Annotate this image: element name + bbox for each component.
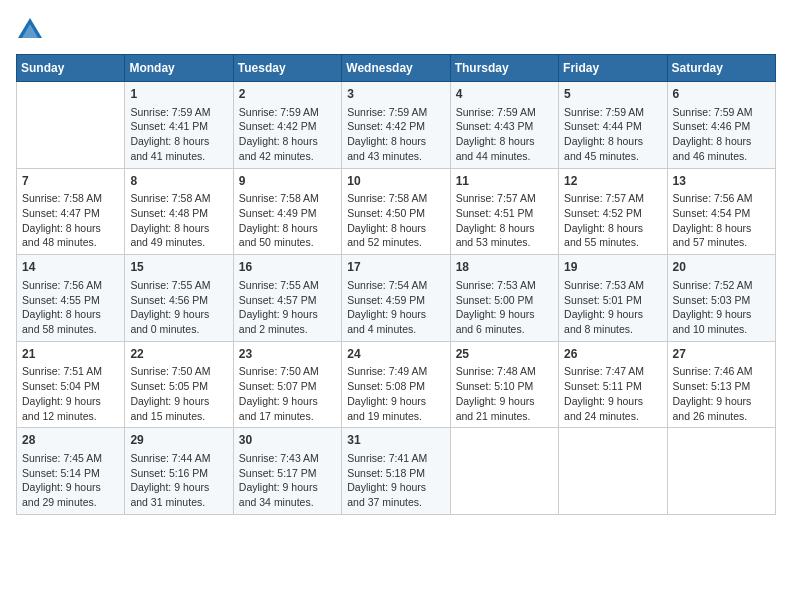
calendar-table: SundayMondayTuesdayWednesdayThursdayFrid… — [16, 54, 776, 515]
calendar-cell: 4Sunrise: 7:59 AM Sunset: 4:43 PM Daylig… — [450, 82, 558, 169]
calendar-cell: 6Sunrise: 7:59 AM Sunset: 4:46 PM Daylig… — [667, 82, 775, 169]
day-number: 22 — [130, 346, 227, 363]
day-info: Sunrise: 7:58 AM Sunset: 4:50 PM Dayligh… — [347, 191, 444, 250]
day-number: 20 — [673, 259, 770, 276]
day-number: 16 — [239, 259, 336, 276]
day-info: Sunrise: 7:59 AM Sunset: 4:42 PM Dayligh… — [239, 105, 336, 164]
calendar-cell: 7Sunrise: 7:58 AM Sunset: 4:47 PM Daylig… — [17, 168, 125, 255]
day-number: 15 — [130, 259, 227, 276]
column-header-saturday: Saturday — [667, 55, 775, 82]
day-number: 7 — [22, 173, 119, 190]
day-number: 14 — [22, 259, 119, 276]
day-info: Sunrise: 7:53 AM Sunset: 5:00 PM Dayligh… — [456, 278, 553, 337]
day-number: 3 — [347, 86, 444, 103]
day-number: 24 — [347, 346, 444, 363]
calendar-cell: 23Sunrise: 7:50 AM Sunset: 5:07 PM Dayli… — [233, 341, 341, 428]
day-info: Sunrise: 7:56 AM Sunset: 4:55 PM Dayligh… — [22, 278, 119, 337]
day-info: Sunrise: 7:45 AM Sunset: 5:14 PM Dayligh… — [22, 451, 119, 510]
day-info: Sunrise: 7:55 AM Sunset: 4:57 PM Dayligh… — [239, 278, 336, 337]
day-info: Sunrise: 7:47 AM Sunset: 5:11 PM Dayligh… — [564, 364, 661, 423]
column-header-thursday: Thursday — [450, 55, 558, 82]
calendar-cell: 30Sunrise: 7:43 AM Sunset: 5:17 PM Dayli… — [233, 428, 341, 515]
calendar-cell: 13Sunrise: 7:56 AM Sunset: 4:54 PM Dayli… — [667, 168, 775, 255]
day-info: Sunrise: 7:59 AM Sunset: 4:42 PM Dayligh… — [347, 105, 444, 164]
day-number: 10 — [347, 173, 444, 190]
day-number: 5 — [564, 86, 661, 103]
day-info: Sunrise: 7:58 AM Sunset: 4:49 PM Dayligh… — [239, 191, 336, 250]
day-info: Sunrise: 7:53 AM Sunset: 5:01 PM Dayligh… — [564, 278, 661, 337]
day-number: 21 — [22, 346, 119, 363]
day-info: Sunrise: 7:54 AM Sunset: 4:59 PM Dayligh… — [347, 278, 444, 337]
calendar-cell: 29Sunrise: 7:44 AM Sunset: 5:16 PM Dayli… — [125, 428, 233, 515]
day-info: Sunrise: 7:56 AM Sunset: 4:54 PM Dayligh… — [673, 191, 770, 250]
calendar-week-3: 21Sunrise: 7:51 AM Sunset: 5:04 PM Dayli… — [17, 341, 776, 428]
day-info: Sunrise: 7:55 AM Sunset: 4:56 PM Dayligh… — [130, 278, 227, 337]
day-info: Sunrise: 7:58 AM Sunset: 4:47 PM Dayligh… — [22, 191, 119, 250]
day-number: 4 — [456, 86, 553, 103]
day-number: 18 — [456, 259, 553, 276]
calendar-cell: 2Sunrise: 7:59 AM Sunset: 4:42 PM Daylig… — [233, 82, 341, 169]
column-header-wednesday: Wednesday — [342, 55, 450, 82]
day-number: 27 — [673, 346, 770, 363]
day-info: Sunrise: 7:57 AM Sunset: 4:52 PM Dayligh… — [564, 191, 661, 250]
calendar-cell — [450, 428, 558, 515]
calendar-week-1: 7Sunrise: 7:58 AM Sunset: 4:47 PM Daylig… — [17, 168, 776, 255]
day-number: 30 — [239, 432, 336, 449]
header — [16, 16, 776, 44]
day-info: Sunrise: 7:52 AM Sunset: 5:03 PM Dayligh… — [673, 278, 770, 337]
calendar-cell: 14Sunrise: 7:56 AM Sunset: 4:55 PM Dayli… — [17, 255, 125, 342]
day-info: Sunrise: 7:58 AM Sunset: 4:48 PM Dayligh… — [130, 191, 227, 250]
calendar-cell: 22Sunrise: 7:50 AM Sunset: 5:05 PM Dayli… — [125, 341, 233, 428]
calendar-cell: 15Sunrise: 7:55 AM Sunset: 4:56 PM Dayli… — [125, 255, 233, 342]
column-header-sunday: Sunday — [17, 55, 125, 82]
day-number: 31 — [347, 432, 444, 449]
day-number: 29 — [130, 432, 227, 449]
day-number: 1 — [130, 86, 227, 103]
day-number: 13 — [673, 173, 770, 190]
calendar-cell: 21Sunrise: 7:51 AM Sunset: 5:04 PM Dayli… — [17, 341, 125, 428]
day-info: Sunrise: 7:46 AM Sunset: 5:13 PM Dayligh… — [673, 364, 770, 423]
day-info: Sunrise: 7:59 AM Sunset: 4:44 PM Dayligh… — [564, 105, 661, 164]
day-info: Sunrise: 7:59 AM Sunset: 4:46 PM Dayligh… — [673, 105, 770, 164]
day-info: Sunrise: 7:59 AM Sunset: 4:43 PM Dayligh… — [456, 105, 553, 164]
day-info: Sunrise: 7:51 AM Sunset: 5:04 PM Dayligh… — [22, 364, 119, 423]
calendar-cell — [17, 82, 125, 169]
calendar-cell — [667, 428, 775, 515]
calendar-cell: 20Sunrise: 7:52 AM Sunset: 5:03 PM Dayli… — [667, 255, 775, 342]
day-info: Sunrise: 7:41 AM Sunset: 5:18 PM Dayligh… — [347, 451, 444, 510]
day-info: Sunrise: 7:50 AM Sunset: 5:07 PM Dayligh… — [239, 364, 336, 423]
day-info: Sunrise: 7:49 AM Sunset: 5:08 PM Dayligh… — [347, 364, 444, 423]
calendar-cell: 17Sunrise: 7:54 AM Sunset: 4:59 PM Dayli… — [342, 255, 450, 342]
calendar-week-4: 28Sunrise: 7:45 AM Sunset: 5:14 PM Dayli… — [17, 428, 776, 515]
day-number: 19 — [564, 259, 661, 276]
calendar-cell: 18Sunrise: 7:53 AM Sunset: 5:00 PM Dayli… — [450, 255, 558, 342]
calendar-cell: 16Sunrise: 7:55 AM Sunset: 4:57 PM Dayli… — [233, 255, 341, 342]
calendar-cell: 24Sunrise: 7:49 AM Sunset: 5:08 PM Dayli… — [342, 341, 450, 428]
day-number: 8 — [130, 173, 227, 190]
calendar-cell: 9Sunrise: 7:58 AM Sunset: 4:49 PM Daylig… — [233, 168, 341, 255]
day-info: Sunrise: 7:57 AM Sunset: 4:51 PM Dayligh… — [456, 191, 553, 250]
day-number: 28 — [22, 432, 119, 449]
calendar-cell: 28Sunrise: 7:45 AM Sunset: 5:14 PM Dayli… — [17, 428, 125, 515]
day-number: 23 — [239, 346, 336, 363]
calendar-cell: 31Sunrise: 7:41 AM Sunset: 5:18 PM Dayli… — [342, 428, 450, 515]
calendar-cell: 12Sunrise: 7:57 AM Sunset: 4:52 PM Dayli… — [559, 168, 667, 255]
day-number: 17 — [347, 259, 444, 276]
column-header-tuesday: Tuesday — [233, 55, 341, 82]
calendar-cell: 26Sunrise: 7:47 AM Sunset: 5:11 PM Dayli… — [559, 341, 667, 428]
calendar-cell: 5Sunrise: 7:59 AM Sunset: 4:44 PM Daylig… — [559, 82, 667, 169]
calendar-cell: 19Sunrise: 7:53 AM Sunset: 5:01 PM Dayli… — [559, 255, 667, 342]
calendar-week-2: 14Sunrise: 7:56 AM Sunset: 4:55 PM Dayli… — [17, 255, 776, 342]
calendar-cell: 27Sunrise: 7:46 AM Sunset: 5:13 PM Dayli… — [667, 341, 775, 428]
calendar-cell — [559, 428, 667, 515]
calendar-cell: 11Sunrise: 7:57 AM Sunset: 4:51 PM Dayli… — [450, 168, 558, 255]
day-info: Sunrise: 7:59 AM Sunset: 4:41 PM Dayligh… — [130, 105, 227, 164]
day-number: 2 — [239, 86, 336, 103]
day-info: Sunrise: 7:44 AM Sunset: 5:16 PM Dayligh… — [130, 451, 227, 510]
calendar-cell: 10Sunrise: 7:58 AM Sunset: 4:50 PM Dayli… — [342, 168, 450, 255]
day-info: Sunrise: 7:50 AM Sunset: 5:05 PM Dayligh… — [130, 364, 227, 423]
calendar-cell: 25Sunrise: 7:48 AM Sunset: 5:10 PM Dayli… — [450, 341, 558, 428]
day-number: 25 — [456, 346, 553, 363]
calendar-cell: 1Sunrise: 7:59 AM Sunset: 4:41 PM Daylig… — [125, 82, 233, 169]
day-info: Sunrise: 7:43 AM Sunset: 5:17 PM Dayligh… — [239, 451, 336, 510]
